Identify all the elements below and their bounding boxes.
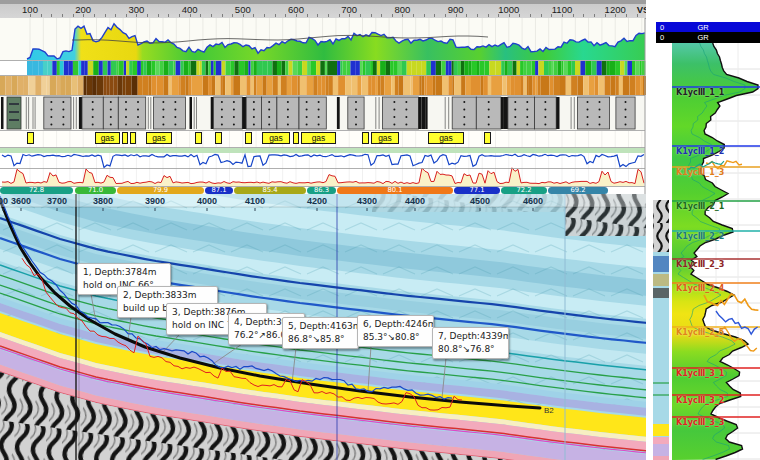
ruler-minor-tick <box>360 14 361 17</box>
annotation-line-1: 5, Depth:4163m <box>288 320 353 333</box>
gr-min-value: 0 <box>660 33 664 42</box>
ruler-minor-tick <box>583 14 584 17</box>
segment-value: 69.2 <box>548 187 608 194</box>
gr-curve-name: GR <box>697 23 708 32</box>
gas-label-box: gas <box>428 132 464 144</box>
ruler-minor-tick <box>105 14 106 17</box>
ruler-minor-tick <box>83 14 84 17</box>
annotation-line-1: 6, Depth:4246m <box>363 318 428 331</box>
depth-tick-label: 00 <box>0 196 8 206</box>
horizon-label: K1ycⅢ_2_4 <box>676 284 724 293</box>
correlation-segment-bar[interactable]: 72.871.079.987.185.486.380.177.172.269.2 <box>0 187 648 194</box>
ruler-minor-tick <box>605 14 606 17</box>
ruler-minor-tick <box>392 14 393 17</box>
gr-min-value: 0 <box>660 23 664 32</box>
ruler-minor-tick <box>434 14 435 17</box>
annotation-line-1: 1, Depth:3784m <box>83 266 165 279</box>
gr-header-row-2[interactable]: 0 GR <box>656 32 760 43</box>
segment-value: 85.4 <box>234 187 306 194</box>
ruler-minor-tick <box>445 14 446 17</box>
ruler-minor-tick <box>307 14 308 17</box>
ruler-minor-tick <box>51 14 52 17</box>
geosteering-app: 100200300400500600700800900100011001200V… <box>0 0 760 460</box>
ruler-minor-tick <box>243 14 244 17</box>
depth-tick-label: 4200 <box>307 196 327 206</box>
depth-tick-label: 3900 <box>145 196 165 206</box>
horizon-label: K1ycⅢ_2_1 <box>676 202 724 211</box>
ruler-minor-tick <box>30 14 31 17</box>
depth-tick-label: 3600 <box>11 196 31 206</box>
ruler-minor-tick <box>168 14 169 17</box>
gas-label-box: gas <box>262 132 290 144</box>
depth-tick-label: 4500 <box>470 196 490 206</box>
depth-annotation[interactable]: 6, Depth:4246m85.3°↘80.8° <box>357 315 434 347</box>
ruler-minor-tick <box>190 14 191 17</box>
horizon-label: K1ycⅢ_2_5 <box>676 328 724 337</box>
gr-curve-name: GR <box>697 33 708 42</box>
depth-tick-label: 4600 <box>523 196 543 206</box>
ruler-minor-tick <box>222 14 223 17</box>
seismic-section-view[interactable]: B200360037003800390040004100420043004400… <box>0 194 648 460</box>
ruler-minor-tick <box>296 14 297 17</box>
ruler-minor-tick <box>456 14 457 17</box>
annotation-line-2: 86.8°↘85.8° <box>288 333 353 346</box>
ruler-minor-tick <box>562 14 563 17</box>
gas-tick-box <box>484 132 491 144</box>
segment-value: 87.1 <box>205 187 233 194</box>
gas-tick-box <box>27 132 34 144</box>
depth-annotation[interactable]: 5, Depth:4163m86.8°↘85.8° <box>282 317 359 349</box>
annotation-line-2: 85.3°↘80.8° <box>363 331 428 344</box>
gas-label-box: gas <box>301 132 336 144</box>
ruler-minor-tick <box>200 14 201 17</box>
gas-tick-box <box>195 132 202 144</box>
depth-tick-label: 3800 <box>93 196 113 206</box>
annotation-line-1: 2, Depth:3833m <box>123 289 212 302</box>
ruler-minor-tick <box>285 14 286 17</box>
log-tracks-canvas[interactable] <box>0 18 648 194</box>
ruler-minor-tick <box>147 14 148 17</box>
horizon-label: K1ycⅢ_2_3 <box>676 260 724 269</box>
ruler-minor-tick <box>253 14 254 17</box>
ruler-minor-tick <box>477 14 478 17</box>
segment-value: 79.9 <box>117 187 204 194</box>
ruler-minor-tick <box>41 14 42 17</box>
segment-value: 77.1 <box>454 187 500 194</box>
ruler-minor-tick <box>136 14 137 17</box>
ruler-minor-tick <box>381 14 382 17</box>
segment-value: 72.8 <box>0 187 73 194</box>
gas-tick-box <box>362 132 369 144</box>
ruler-minor-tick <box>626 14 627 17</box>
depth-tick-label: 3700 <box>47 196 67 206</box>
segment-value: 86.3 <box>307 187 336 194</box>
ruler-minor-tick <box>328 14 329 17</box>
ruler-minor-tick <box>637 14 638 17</box>
annotation-line-2: 80.8°↘76.8° <box>438 343 503 356</box>
ruler-minor-tick <box>413 14 414 17</box>
ruler-minor-tick <box>519 14 520 17</box>
depth-tick-label: 4300 <box>357 196 377 206</box>
ruler-minor-tick <box>264 14 265 17</box>
ruler-minor-tick <box>62 14 63 17</box>
ruler-minor-tick <box>339 14 340 17</box>
depth-annotation[interactable]: 7, Depth:4339m80.8°↘76.8° <box>432 327 509 359</box>
ruler-minor-tick <box>317 14 318 17</box>
trajectory-end-label: B2 <box>544 406 554 415</box>
gr-correlation-panel[interactable]: 0 GR 0 GR <box>646 0 760 460</box>
ruler-minor-tick <box>371 14 372 17</box>
ruler-minor-tick <box>232 14 233 17</box>
ruler-minor-tick <box>94 14 95 17</box>
horizon-label: K1ycⅢ_1_1 <box>676 88 724 97</box>
gas-shows-track[interactable]: gasgasgasgasgasgas <box>0 131 648 147</box>
gr-header-row-1[interactable]: 0 GR <box>656 22 760 32</box>
ruler-minor-tick <box>615 14 616 17</box>
horizon-label: K1ycⅢ_1_3 <box>676 168 724 177</box>
ruler-minor-tick <box>573 14 574 17</box>
vs-ruler[interactable]: 100200300400500600700800900100011001200V… <box>0 0 656 19</box>
ruler-minor-tick <box>158 14 159 17</box>
ruler-minor-tick <box>551 14 552 17</box>
ruler-minor-tick <box>530 14 531 17</box>
gas-tick-box <box>293 132 299 144</box>
segment-value: 80.1 <box>337 187 453 194</box>
ruler-minor-tick <box>498 14 499 17</box>
gas-label-box: gas <box>95 132 120 144</box>
